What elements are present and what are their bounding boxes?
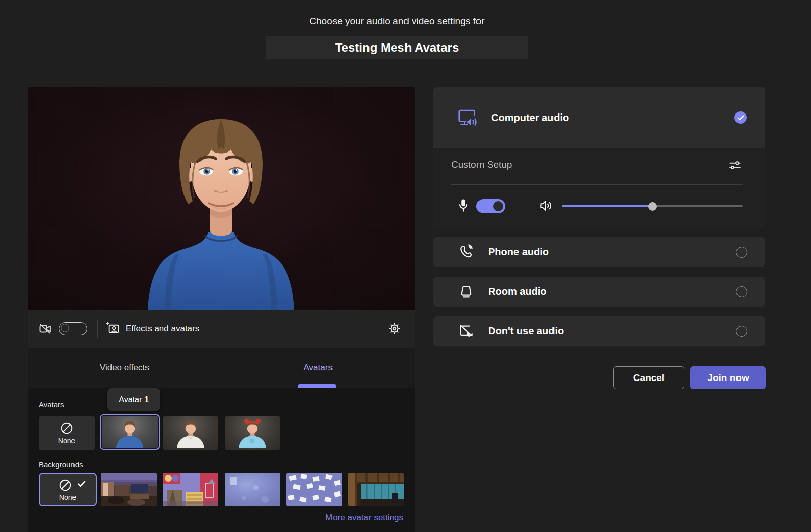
video-settings-column: Effects and avatars Video effects Avatar… [28,87,415,532]
action-buttons: Cancel Join now [433,366,765,389]
background-tile-paper-notes[interactable] [286,473,342,506]
tab-video-effects[interactable]: Video effects [28,348,222,388]
avatar-tile-none[interactable]: None [39,416,95,450]
dont-use-audio-label: Don't use audio [488,325,564,337]
none-prohibited-icon [59,479,72,492]
room-audio-icon [458,283,475,300]
avatar-3-thumbnail [225,416,280,448]
none-label: None [59,493,76,501]
cancel-button[interactable]: Cancel [613,366,684,389]
pre-join-screen: Choose your audio and video settings for… [0,0,811,532]
device-settings-gear-icon[interactable] [388,322,401,335]
join-now-button[interactable]: Join now [690,366,766,389]
camera-toggle-knob [61,324,69,332]
volume-slider-knob[interactable] [648,202,657,211]
computer-audio-icon [458,108,478,127]
preview-controls-bar: Effects and avatars [28,310,415,348]
video-preview [28,87,415,310]
meeting-title-box: Testing Mesh Avatars [266,36,528,59]
none-prohibited-icon [60,422,73,435]
room-audio-radio[interactable] [736,286,747,297]
backgrounds-section-label: Backgrounds [39,460,83,469]
avatar-tile-1-selected[interactable] [100,414,160,450]
avatar-tile-2[interactable] [163,416,218,450]
meeting-title: Testing Mesh Avatars [335,41,459,55]
effects-and-avatars-icon [106,322,120,335]
dont-use-audio-radio[interactable] [736,326,747,337]
background-tile-colorful-room[interactable] [163,473,218,506]
no-audio-icon [458,323,475,340]
room-audio-label: Room audio [488,286,547,297]
phone-audio-icon [458,244,475,261]
selected-check-icon [734,111,747,124]
living-room-thumbnail [101,473,157,506]
tab-avatars[interactable]: Avatars [222,348,415,388]
background-tile-blue-blur[interactable] [225,473,280,506]
industrial-room-thumbnail [348,473,404,506]
avatar-tooltip: Avatar 1 [107,388,160,411]
computer-audio-option[interactable]: Computer audio [433,87,765,148]
effects-tabs: Video effects Avatars [28,348,415,388]
dont-use-audio-option[interactable]: Don't use audio [433,316,765,346]
background-tile-none-selected[interactable]: None [39,473,97,506]
microphone-toggle-knob [493,201,503,211]
active-tab-underline [298,384,336,388]
avatar-preview-render [28,87,415,310]
phone-audio-label: Phone audio [488,246,549,258]
avatars-panel: Avatars Avatar 1 None [28,388,415,532]
volume-slider-fill [562,205,652,207]
avatar-1-thumbnail [102,416,158,448]
computer-audio-card: Computer audio Custom Setup [433,87,765,228]
none-label: None [58,437,75,445]
room-audio-option[interactable]: Room audio [433,277,765,307]
blue-blur-thumbnail [225,473,280,506]
avatars-section-label: Avatars [39,400,64,409]
computer-audio-label: Computer audio [491,112,569,124]
more-avatar-settings-link[interactable]: More avatar settings [325,513,403,523]
camera-off-icon [38,322,52,336]
phone-audio-radio[interactable] [736,247,747,258]
selected-check-icon [77,479,87,489]
settings-subtitle: Choose your audio and video settings for [28,16,766,27]
phone-audio-option[interactable]: Phone audio [433,237,765,267]
custom-setup-sliders-icon[interactable] [728,159,742,172]
divider [451,184,743,185]
custom-setup-section: Custom Setup [433,148,765,228]
custom-setup-label: Custom Setup [451,159,512,170]
microphone-toggle[interactable] [476,199,505,213]
paper-notes-thumbnail [286,473,342,506]
avatar-2-thumbnail [163,416,218,448]
camera-toggle[interactable] [59,322,87,335]
divider [97,320,98,338]
microphone-icon [457,198,470,213]
background-tile-industrial-room[interactable] [348,473,404,506]
volume-slider[interactable] [562,205,743,207]
avatar-tile-3[interactable] [225,416,280,450]
colorful-room-thumbnail [163,473,218,506]
background-tile-living-room[interactable] [101,473,157,506]
speaker-icon [539,198,554,213]
effects-and-avatars-label[interactable]: Effects and avatars [126,324,199,334]
